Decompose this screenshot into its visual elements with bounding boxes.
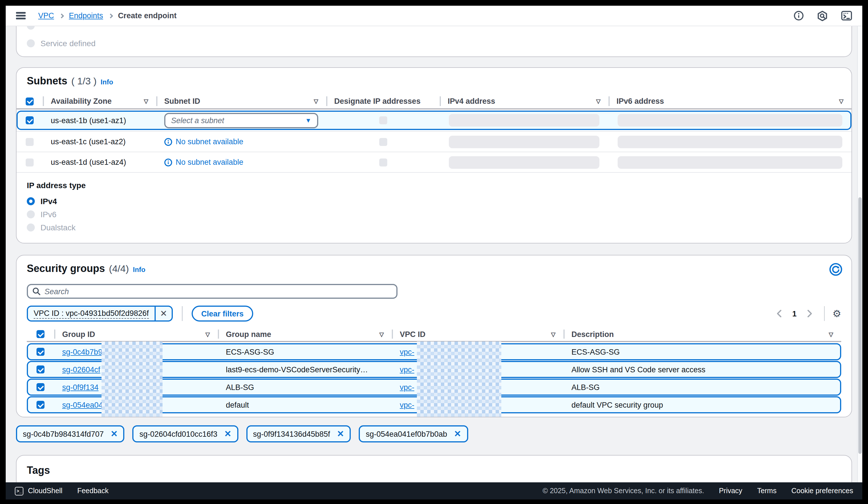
security-groups-table-header: Group ID▽ Group name▽ VPC ID▽ Descriptio… [27,327,841,342]
console-footer: >_ CloudShell Feedback © 2025, Amazon We… [6,482,862,500]
group-id-link[interactable]: sg-054ea04 [62,400,103,409]
designate-ip-checkbox[interactable] [379,138,387,146]
redacted-vpc-id-blur [417,342,501,417]
dismiss-token-icon[interactable]: ✕ [111,429,118,439]
subnet-row-checkbox[interactable] [26,158,34,166]
radio-button[interactable] [27,210,35,218]
radio-button[interactable] [27,223,35,231]
ip-address-type-label: IP address type [27,181,841,190]
security-groups-card: Security groups (4/4) Info VPC ID : vpc-… [16,255,852,417]
group-row-checkbox[interactable] [37,383,44,391]
gear-icon[interactable]: ⚙ [833,309,841,318]
top-navigation: VPC Endpoints Create endpoint [6,6,862,26]
cloudshell-terminal-icon[interactable]: >_ [15,486,23,495]
info-circle-icon [164,158,172,166]
filter-icon[interactable]: ▽ [314,98,318,104]
dismiss-token-icon[interactable]: ✕ [337,429,344,439]
page-number[interactable]: 1 [788,309,801,318]
col-subnet-id: Subnet ID [164,97,200,105]
filter-icon[interactable]: ▽ [551,331,556,337]
info-icon[interactable] [794,11,804,21]
vpc-id-link[interactable]: vpc- [400,347,414,356]
filter-icon[interactable]: ▽ [839,98,844,104]
main-content: Service defined Subnets ( 1/3 ) Info Ava… [6,26,862,482]
no-subnet-available-link[interactable]: No subnet available [164,158,326,167]
subnet-row[interactable]: us-east-1c (use1-az2) No subnet availabl… [17,131,851,152]
ip-option-ipv6[interactable]: IPv6 [27,208,841,221]
subnet-row[interactable]: us-east-1b (use1-az1) Select a subnet ▼ [17,111,851,130]
chevron-right-icon [108,13,113,18]
radio-button[interactable] [27,39,35,47]
menu-icon[interactable] [16,12,26,19]
breadcrumb-vpc[interactable]: VPC [38,11,54,20]
search-input[interactable] [44,287,392,296]
cloudshell-icon[interactable] [841,11,852,21]
footer-cloudshell[interactable]: CloudShell [28,487,62,495]
group-description: ECS-ASG-SG [564,347,841,356]
service-defined-option[interactable]: Service defined [27,39,95,48]
security-groups-count: (4/4) [109,263,129,275]
filter-icon[interactable]: ▽ [380,331,384,337]
select-all-groups-checkbox[interactable] [37,330,44,338]
selected-tokens: sg-0c4b7b984314fd707 ✕ sg-02604cfd010cc1… [16,425,852,442]
subnet-row-checkbox[interactable] [26,138,34,146]
vertical-scrollbar[interactable] [857,26,862,482]
breadcrumb-endpoints[interactable]: Endpoints [69,11,103,20]
tags-card: Tags [16,455,852,482]
group-id-link[interactable]: sg-02604cf [62,365,100,374]
group-name: ECS-ASG-SG [218,347,392,356]
group-id-link[interactable]: sg-0c4b7b9 [62,347,102,356]
designate-ip-checkbox[interactable] [379,158,387,166]
group-name: last9-ecs-demo-VSCodeServerSecurity… [218,365,392,374]
select-all-subnets-checkbox[interactable] [26,97,34,105]
availability-zone: us-east-1d (use1-az4) [43,158,156,167]
group-name: ALB-SG [218,383,392,391]
amazon-q-icon[interactable] [817,11,827,21]
subnet-row-checkbox[interactable] [26,116,34,124]
next-page-icon[interactable] [804,309,816,317]
footer-feedback[interactable]: Feedback [77,487,108,495]
token-chip: sg-054ea041ef0b7b0ab ✕ [359,425,468,442]
refresh-icon[interactable] [829,263,842,278]
dismiss-token-icon[interactable]: ✕ [454,429,461,439]
footer-privacy[interactable]: Privacy [719,487,742,495]
filter-icon[interactable]: ▽ [829,331,833,337]
remove-filter-icon[interactable]: ✕ [155,307,172,321]
filter-icon[interactable]: ▽ [596,98,600,104]
ip-option-dualstack[interactable]: Dualstack [27,221,841,234]
ipv6-placeholder [618,135,842,148]
clear-filters-button[interactable]: Clear filters [192,306,254,322]
group-id-link[interactable]: sg-0f9f134 [62,383,99,391]
vpc-id-link[interactable]: vpc- [400,400,414,409]
chevron-right-icon [59,13,64,18]
radio-button[interactable] [27,26,35,30]
filter-icon[interactable]: ▽ [206,331,210,337]
subnet-row[interactable]: us-east-1d (use1-az4) No subnet availabl… [17,152,851,172]
security-groups-info-link[interactable]: Info [133,266,145,274]
page: VPC Endpoints Create endpoint [0,0,868,504]
ip-option-ipv4[interactable]: IPv4 [27,195,841,208]
subnet-select-dropdown[interactable]: Select a subnet ▼ [164,113,318,128]
footer-cookie-preferences[interactable]: Cookie preferences [791,487,853,495]
dismiss-token-icon[interactable]: ✕ [224,429,231,439]
no-subnet-available-link[interactable]: No subnet available [164,137,326,146]
vpc-id-link[interactable]: vpc- [400,383,414,391]
ipv4-placeholder [449,156,599,168]
group-row-checkbox[interactable] [37,348,44,356]
service-settings-card: Service defined [16,26,852,57]
filter-icon[interactable]: ▽ [144,98,148,104]
availability-zone: us-east-1b (use1-az1) [43,116,156,125]
scrollbar-thumb[interactable] [858,197,862,454]
caret-down-icon: ▼ [305,117,311,124]
vpc-id-link[interactable]: vpc- [400,365,414,374]
designate-ip-checkbox[interactable] [379,116,387,124]
security-groups-title: Security groups [27,263,105,275]
search-box [27,284,397,299]
group-row-checkbox[interactable] [37,401,44,409]
group-row-checkbox[interactable] [37,366,44,374]
token-chip: sg-0f9f134136d45b85f ✕ [246,425,351,442]
footer-terms[interactable]: Terms [757,487,776,495]
previous-page-icon[interactable] [773,309,785,317]
radio-button[interactable] [27,197,35,205]
subnets-info-link[interactable]: Info [101,78,113,86]
